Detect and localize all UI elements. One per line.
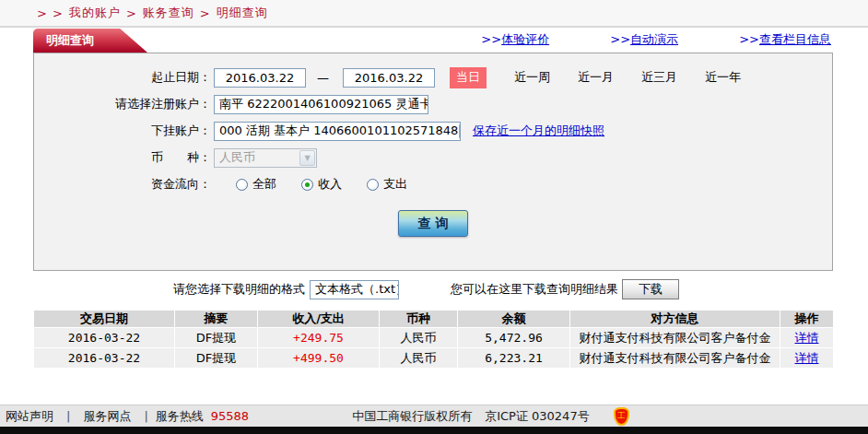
- footer-divider: |: [144, 409, 147, 423]
- cell-action: 详情: [780, 328, 833, 347]
- date-range-row: 起止日期： — 当日 近一周 近一月 近三月 近一年: [34, 67, 832, 88]
- download-format-value: 文本格式（.txt）: [315, 281, 399, 298]
- breadcrumb-item-my-account[interactable]: 我的账户: [69, 5, 121, 21]
- radio-checked-icon: [301, 179, 313, 191]
- cell-currency: 人民币: [380, 348, 457, 368]
- flow-label: 资金流向：: [34, 176, 211, 193]
- link-label: 自动演示: [630, 32, 678, 46]
- flow-radio-all[interactable]: 全部: [236, 176, 276, 193]
- link-prefix: >>: [610, 32, 630, 46]
- col-header-currency: 币种: [380, 311, 457, 327]
- breadcrumb-item-account-query[interactable]: 账务查询: [143, 5, 194, 21]
- table-header-row: 交易日期 摘要 收入/支出 币种 余额 对方信息 操作: [34, 311, 833, 327]
- query-form-panel: 起止日期： — 当日 近一周 近一月 近三月 近一年 请选择注册账户： 南平 6…: [33, 53, 833, 271]
- breadcrumb-item-detail-query[interactable]: 明细查询: [217, 5, 268, 21]
- hotline-label: 服务热线: [156, 408, 204, 425]
- col-header-counterparty: 对方信息: [570, 311, 780, 327]
- footer: 网站声明 | 服务网点 | 服务热线 95588 中国工商银行版权所有 京ICP…: [0, 405, 868, 434]
- date-range-label: 起止日期：: [34, 69, 211, 86]
- icbc-badge-icon: 工: [614, 407, 629, 426]
- query-button-wrap: 查 询: [34, 210, 832, 237]
- range-year-button[interactable]: 近一年: [705, 69, 741, 86]
- cell-amount: +499.50: [258, 348, 379, 368]
- footer-divider: |: [66, 409, 70, 423]
- tab-bar: 明细查询 >>体验评价 >>自动演示 >>查看栏目信息: [0, 28, 868, 53]
- download-format-select[interactable]: 文本格式（.txt） ▼: [310, 280, 399, 299]
- flow-option-label: 全部: [252, 176, 276, 193]
- date-from-input[interactable]: [214, 68, 306, 88]
- detail-link[interactable]: 详情: [795, 331, 819, 345]
- link-auto-demo[interactable]: >>自动演示: [610, 32, 678, 46]
- register-account-select[interactable]: 南平 6222001406100921065 灵通卡 ▼: [214, 95, 428, 114]
- footer-band: 网站声明 | 服务网点 | 服务热线 95588 中国工商银行版权所有 京ICP…: [0, 405, 868, 427]
- sub-account-label: 下挂账户：: [34, 123, 211, 139]
- snapshot-link[interactable]: 保存近一个月的明细快照: [473, 123, 604, 139]
- flow-option-label: 收入: [318, 176, 342, 193]
- download-format-label: 请您选择下载明细的格式: [173, 281, 305, 298]
- col-header-action: 操作: [780, 311, 833, 327]
- tab-label: 明细查询: [46, 33, 94, 47]
- bottom-black-bar: [0, 427, 868, 434]
- flow-option-label: 支出: [383, 176, 407, 193]
- cell-date: 2016-03-22: [34, 328, 174, 347]
- date-to-input[interactable]: [343, 68, 435, 88]
- today-button[interactable]: 当日: [450, 67, 487, 88]
- transactions-table: 交易日期 摘要 收入/支出 币种 余额 对方信息 操作 2016-03-22 D…: [33, 310, 834, 369]
- dropdown-arrow-icon: ▼: [299, 150, 315, 166]
- breadcrumb-prefix: > >: [37, 6, 64, 20]
- breadcrumb: > > 我的账户 > 账务查询 > 明细查询: [0, 0, 868, 28]
- range-month-button[interactable]: 近一月: [578, 69, 614, 86]
- icp-text: 京ICP证 030247号: [485, 408, 590, 425]
- flow-row: 资金流向： 全部 收入 支出: [34, 174, 832, 194]
- col-header-amount: 收入/支出: [258, 311, 379, 327]
- cell-balance: 6,223.21: [458, 348, 569, 368]
- download-hint: 您可以在这里下载查询明细结果: [451, 281, 618, 298]
- col-header-balance: 余额: [458, 311, 569, 327]
- date-dash: —: [317, 71, 329, 85]
- cell-action: 详情: [780, 348, 833, 368]
- currency-row: 币 种： 人民币 ▼: [34, 147, 832, 168]
- range-quarter-button[interactable]: 近三月: [641, 69, 677, 86]
- header-links: >>体验评价 >>自动演示 >>查看栏目信息: [424, 31, 831, 48]
- cell-summary: DF提现: [175, 348, 257, 368]
- footer-link-statement[interactable]: 网站声明: [6, 408, 53, 425]
- cell-currency: 人民币: [380, 328, 457, 347]
- cell-counterparty: 财付通支付科技有限公司客户备付金: [570, 348, 780, 368]
- tab-detail-query[interactable]: 明细查询: [33, 29, 147, 53]
- register-account-row: 请选择注册账户： 南平 6222001406100921065 灵通卡 ▼: [34, 94, 832, 114]
- hotline-number: 95588: [211, 409, 249, 423]
- breadcrumb-separator: >: [126, 6, 137, 20]
- sub-account-select[interactable]: 000 活期 基本户 1406600101102571848 ▼: [214, 122, 461, 141]
- link-prefix: >>: [481, 32, 501, 46]
- currency-value: 人民币: [219, 149, 255, 166]
- radio-unchecked-icon: [367, 179, 379, 191]
- link-label: 查看栏目信息: [759, 32, 831, 46]
- link-experience-review[interactable]: >>体验评价: [481, 32, 549, 46]
- sub-account-value: 000 活期 基本户 1406600101102571848: [219, 123, 458, 139]
- table-row: 2016-03-22 DF提现 +499.50 人民币 6,223.21 财付通…: [34, 348, 833, 368]
- cell-amount: +249.75: [258, 328, 379, 347]
- cell-balance: 5,472.96: [458, 328, 569, 347]
- range-week-button[interactable]: 近一周: [514, 69, 550, 86]
- currency-select: 人民币 ▼: [214, 148, 317, 168]
- detail-link[interactable]: 详情: [795, 351, 819, 365]
- flow-radio-income[interactable]: 收入: [301, 176, 342, 193]
- radio-unchecked-icon: [236, 179, 248, 191]
- currency-label: 币 种：: [34, 149, 211, 166]
- table-row: 2016-03-22 DF提现 +249.75 人民币 5,472.96 财付通…: [34, 328, 833, 347]
- col-header-date: 交易日期: [34, 311, 174, 327]
- query-button[interactable]: 查 询: [398, 210, 468, 237]
- flow-radio-expense[interactable]: 支出: [367, 176, 407, 193]
- link-view-column-info[interactable]: >>查看栏目信息: [739, 32, 831, 46]
- cell-counterparty: 财付通支付科技有限公司客户备付金: [570, 328, 780, 347]
- dropdown-arrow-icon: ▼: [459, 123, 461, 139]
- register-account-label: 请选择注册账户：: [34, 96, 211, 112]
- register-account-value: 南平 6222001406100921065 灵通卡: [219, 96, 428, 112]
- copyright-text: 中国工商银行版权所有: [352, 408, 472, 425]
- download-button[interactable]: 下载: [622, 279, 679, 299]
- footer-link-branches[interactable]: 服务网点: [83, 408, 131, 425]
- cell-summary: DF提现: [175, 328, 257, 347]
- col-header-summary: 摘要: [175, 311, 257, 327]
- breadcrumb-separator: >: [200, 6, 211, 20]
- link-label: 体验评价: [501, 32, 549, 46]
